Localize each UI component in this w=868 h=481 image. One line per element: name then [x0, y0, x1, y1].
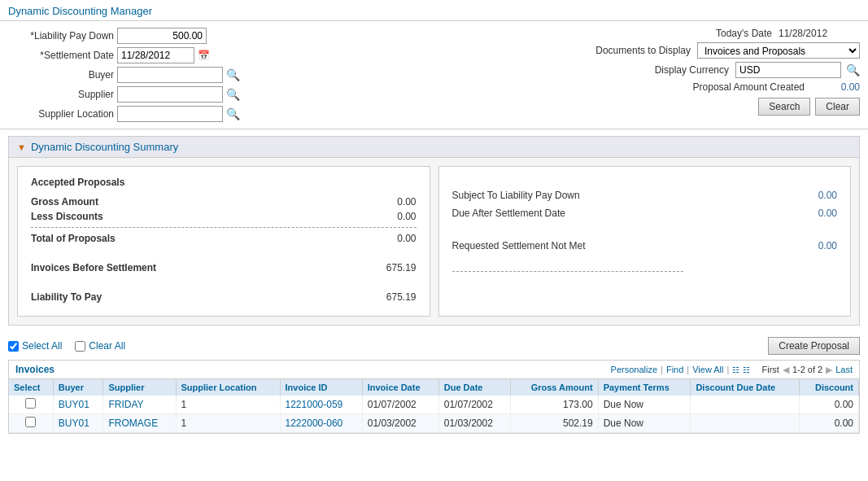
col-buyer: Buyer — [53, 379, 103, 396]
less-discounts-label: Less Discounts — [31, 211, 103, 222]
next-page-icon[interactable]: ▶ — [826, 365, 832, 375]
cell-gross-amount: 173.00 — [511, 396, 599, 414]
settlement-label: *Settlement Date — [8, 50, 114, 61]
calendar-icon[interactable]: 📅 — [198, 50, 210, 61]
buyer-lookup-icon[interactable]: 🔍 — [226, 68, 240, 81]
cell-supplier-location: 1 — [176, 414, 280, 433]
subject-liability-value: 0.00 — [818, 190, 837, 201]
supplier-location-label: Supplier Location — [8, 108, 114, 120]
table-icon: ☷ — [743, 365, 750, 374]
clear-button[interactable]: Clear — [815, 98, 860, 116]
supplier-row: Supplier 🔍 — [8, 86, 426, 103]
create-proposal-button[interactable]: Create Proposal — [768, 337, 860, 355]
row-checkbox-1[interactable] — [25, 417, 36, 427]
summary-section: ▼ Dynamic Discounting Summary Accepted P… — [8, 136, 860, 326]
invoices-table-container: Invoices Personalize | Find | View All |… — [8, 360, 860, 434]
requested-settlement-label: Requested Settlement Not Met — [452, 240, 586, 251]
col-discount-due-date: Discount Due Date — [691, 379, 800, 396]
supplier-location-row: Supplier Location 🔍 — [8, 106, 426, 122]
buyer-row: Buyer 🔍 — [8, 67, 426, 83]
cell-discount: 0.00 — [800, 414, 859, 433]
settlement-row: *Settlement Date 📅 — [8, 47, 426, 63]
cell-select[interactable] — [9, 414, 53, 433]
settlement-input[interactable] — [117, 47, 194, 63]
cell-due-date: 01/03/2002 — [438, 414, 510, 433]
documents-select[interactable]: Invoices and Proposals — [697, 42, 860, 59]
invoices-before-settlement-value: 675.19 — [386, 262, 417, 273]
due-after-label: Due After Settlement Date — [452, 208, 565, 219]
col-due-date: Due Date — [438, 379, 510, 396]
currency-input[interactable] — [735, 62, 841, 78]
currency-label: Display Currency — [599, 64, 729, 76]
page-range: 1-2 of 2 — [792, 365, 822, 374]
liability-to-pay-row: Liability To Pay 675.19 — [31, 291, 417, 303]
clear-all-label: Clear All — [89, 340, 125, 352]
supplier-lookup-icon[interactable]: 🔍 — [226, 88, 240, 101]
due-after-row: Due After Settlement Date 0.00 — [452, 208, 838, 219]
table-nav: Personalize | Find | View All | ☷ ☷ Firs… — [611, 365, 853, 375]
gross-amount-value: 0.00 — [397, 196, 416, 208]
invoices-before-settlement-row: Invoices Before Settlement 675.19 — [31, 262, 417, 273]
buyer-label: Buyer — [8, 69, 114, 81]
gross-amount-row: Gross Amount 0.00 — [31, 196, 417, 208]
table-title-bar: Invoices Personalize | Find | View All |… — [9, 361, 859, 379]
invoices-before-settlement-label: Invoices Before Settlement — [31, 262, 156, 273]
select-controls: Select All Clear All — [8, 340, 125, 352]
total-proposals-label: Total of Proposals — [31, 233, 116, 244]
row-checkbox-0[interactable] — [25, 398, 36, 409]
summary-right-panel: Subject To Liability Pay Down 0.00 Due A… — [438, 166, 852, 317]
clear-all-control[interactable]: Clear All — [75, 340, 125, 352]
select-all-label: Select All — [22, 340, 62, 352]
summary-divider-1 — [31, 227, 417, 228]
currency-row: Display Currency 🔍 — [599, 62, 860, 78]
search-button[interactable]: Search — [758, 98, 810, 116]
clear-all-checkbox[interactable] — [75, 341, 85, 352]
table-title: Invoices — [15, 364, 55, 375]
col-gross-amount: Gross Amount — [511, 379, 599, 396]
toolbar-row: Select All Clear All Create Proposal — [0, 332, 868, 360]
todays-date-value: 11/28/2012 — [779, 28, 860, 39]
currency-lookup-icon[interactable]: 🔍 — [846, 63, 860, 77]
buyer-input[interactable] — [117, 67, 223, 83]
cell-invoice-date: 01/03/2002 — [362, 414, 438, 433]
last-link[interactable]: Last — [835, 365, 853, 374]
todays-date-row: Today's Date 11/28/2012 — [642, 28, 860, 39]
collapse-icon[interactable]: ▼ — [17, 142, 26, 152]
find-link[interactable]: Find — [666, 365, 683, 374]
cell-payment-terms: Due Now — [598, 414, 691, 433]
total-proposals-value: 0.00 — [397, 233, 416, 244]
grid-icon: ☷ — [732, 365, 739, 374]
subject-liability-row: Subject To Liability Pay Down 0.00 — [452, 190, 838, 201]
prev-page-icon[interactable]: ◀ — [783, 365, 789, 375]
less-discounts-row: Less Discounts 0.00 — [31, 211, 417, 222]
cell-invoice-id: 1221000-059 — [280, 396, 362, 414]
cell-discount: 0.00 — [800, 396, 859, 414]
proposal-amount-value: 0.00 — [811, 81, 860, 93]
supplier-location-input[interactable] — [117, 106, 223, 122]
personalize-link[interactable]: Personalize — [611, 365, 657, 374]
cell-select[interactable] — [9, 396, 53, 414]
documents-row: Documents to Display Invoices and Propos… — [560, 42, 860, 59]
total-proposals-row: Total of Proposals 0.00 — [31, 233, 417, 244]
cell-payment-terms: Due Now — [598, 396, 691, 414]
select-all-control[interactable]: Select All — [8, 340, 62, 352]
table-header-row: Select Buyer Supplier Supplier Location … — [9, 379, 859, 396]
cell-discount-due-date — [691, 396, 800, 414]
supplier-input[interactable] — [117, 86, 223, 103]
cell-invoice-id: 1222000-060 — [280, 414, 362, 433]
summary-header: ▼ Dynamic Discounting Summary — [9, 137, 859, 158]
cell-buyer: BUY01 — [53, 414, 103, 433]
supplier-location-lookup-icon[interactable]: 🔍 — [226, 107, 240, 120]
liability-input[interactable] — [117, 28, 207, 44]
select-all-checkbox[interactable] — [8, 341, 19, 352]
col-supplier-location: Supplier Location — [176, 379, 280, 396]
liability-label: *Liability Pay Down — [8, 30, 114, 42]
cell-invoice-date: 01/07/2002 — [362, 396, 438, 414]
less-discounts-value: 0.00 — [397, 211, 416, 222]
view-all-link[interactable]: View All — [692, 365, 723, 374]
liability-to-pay-label: Liability To Pay — [31, 291, 102, 303]
supplier-label: Supplier — [8, 89, 114, 100]
page-info: First — [762, 365, 779, 374]
liability-to-pay-value: 675.19 — [386, 291, 417, 303]
liability-row: *Liability Pay Down — [8, 28, 426, 44]
